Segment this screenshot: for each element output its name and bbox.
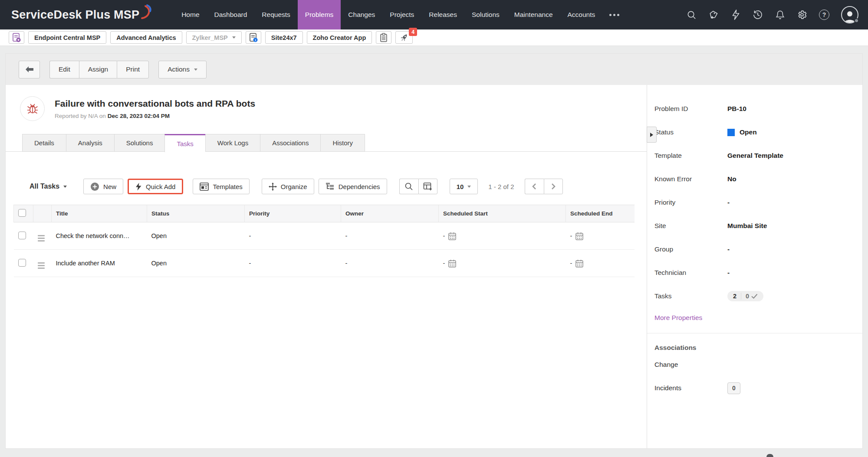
- actions-dropdown-button[interactable]: Actions: [158, 61, 207, 78]
- templates-button[interactable]: Templates: [193, 179, 249, 194]
- tab-associations[interactable]: Associations: [260, 134, 320, 152]
- nav-item-maintenance[interactable]: Maintenance: [507, 0, 560, 29]
- page-size-dropdown[interactable]: 10: [450, 179, 478, 194]
- endpoint-central-msp-button[interactable]: Endpoint Central MSP: [28, 31, 106, 44]
- clipboard-button[interactable]: [376, 31, 391, 44]
- nav-item-solutions[interactable]: Solutions: [464, 0, 507, 29]
- nav-item-changes[interactable]: Changes: [341, 0, 382, 29]
- tab-work-logs[interactable]: Work Logs: [205, 134, 260, 152]
- property-label: Template: [654, 152, 727, 160]
- help-icon[interactable]: ?: [819, 10, 829, 20]
- problem-bug-icon: [20, 96, 45, 121]
- edit-assign-print-group: Edit Assign Print: [49, 61, 149, 78]
- check-icon: [751, 294, 758, 299]
- task-title[interactable]: Include another RAM: [52, 250, 147, 277]
- row-checkbox[interactable]: [18, 259, 26, 267]
- nav-item-releases[interactable]: Releases: [421, 0, 464, 29]
- nav-item-problems[interactable]: Problems: [298, 0, 341, 29]
- site24x7-button[interactable]: Site24x7: [265, 31, 303, 44]
- history-icon[interactable]: [753, 10, 763, 20]
- add-template-button[interactable]: [9, 31, 24, 44]
- drag-handle-icon[interactable]: [38, 262, 45, 269]
- column-header-scheduled-start[interactable]: Scheduled Start: [439, 205, 566, 222]
- search-icon[interactable]: [686, 10, 697, 20]
- more-menu-icon[interactable]: [602, 0, 626, 29]
- nav-item-accounts[interactable]: Accounts: [560, 0, 603, 29]
- avatar-status-dot: [854, 18, 859, 23]
- org-selector-dropdown[interactable]: Zylker_MSP: [186, 31, 242, 44]
- quick-add-button[interactable]: Quick Add: [128, 179, 183, 194]
- column-chooser-button[interactable]: [418, 179, 437, 194]
- property-row-site: Site Mumbai Site: [647, 214, 862, 238]
- organize-label: Organize: [281, 183, 307, 190]
- nav-item-home[interactable]: Home: [174, 0, 207, 29]
- property-value: -: [727, 269, 730, 277]
- next-page-button[interactable]: [544, 179, 563, 194]
- advanced-analytics-button[interactable]: Advanced Analytics: [110, 31, 182, 44]
- calendar-icon[interactable]: [448, 259, 457, 268]
- sidebar-collapse-handle[interactable]: [647, 127, 657, 143]
- zoho-creator-app-button[interactable]: Zoho Creator App: [307, 31, 372, 44]
- tab-details[interactable]: Details: [22, 134, 66, 152]
- quick-actions-bolt-icon[interactable]: [730, 10, 741, 20]
- prev-page-button[interactable]: [525, 179, 544, 194]
- organize-button[interactable]: Organize: [262, 179, 314, 194]
- chevron-down-icon: [232, 36, 236, 39]
- task-title[interactable]: Check the network conn…: [52, 222, 147, 250]
- associations-heading: Associations: [654, 344, 862, 352]
- notifications-bell-icon[interactable]: [775, 10, 785, 20]
- column-header-status[interactable]: Status: [147, 205, 245, 222]
- search-tasks-button[interactable]: [399, 179, 418, 194]
- tab-analysis[interactable]: Analysis: [66, 134, 114, 152]
- more-properties-link[interactable]: More Properties: [654, 314, 702, 322]
- property-label: Tasks: [654, 292, 727, 300]
- nav-item-dashboard[interactable]: Dashboard: [207, 0, 255, 29]
- dependencies-tree-icon: [326, 183, 335, 190]
- settings-gear-icon[interactable]: [797, 10, 807, 20]
- select-all-checkbox[interactable]: [18, 209, 26, 217]
- chat-widget-partial[interactable]: [766, 454, 773, 457]
- drag-handle-icon[interactable]: [38, 235, 45, 242]
- property-value: General Template: [727, 152, 783, 160]
- incidents-count-badge[interactable]: 0: [727, 382, 740, 394]
- user-avatar[interactable]: [841, 6, 858, 23]
- property-row-tasks: Tasks 2 0: [647, 284, 862, 308]
- column-header-scheduled-end[interactable]: Scheduled End: [566, 205, 635, 222]
- table-row[interactable]: Check the network conn… Open - - -: [14, 222, 635, 250]
- tasks-toolbar: All Tasks New Quick Add Templates: [30, 179, 647, 194]
- nav-item-requests[interactable]: Requests: [254, 0, 297, 29]
- new-task-button[interactable]: New: [83, 179, 123, 194]
- edit-button[interactable]: Edit: [49, 61, 79, 78]
- nav-item-projects[interactable]: Projects: [382, 0, 421, 29]
- print-button[interactable]: Print: [117, 61, 149, 78]
- tasks-count-pill[interactable]: 2 0: [727, 291, 763, 301]
- whats-new-rocket-button[interactable]: 4: [395, 31, 413, 44]
- column-header-owner[interactable]: Owner: [341, 205, 439, 222]
- assign-button[interactable]: Assign: [79, 61, 117, 78]
- task-owner: -: [341, 250, 439, 277]
- task-filter-dropdown[interactable]: All Tasks: [30, 183, 67, 190]
- chevron-right-icon: [650, 133, 653, 137]
- property-value: Mumbai Site: [727, 222, 767, 230]
- column-header-priority[interactable]: Priority: [245, 205, 341, 222]
- column-header-title[interactable]: Title: [52, 205, 147, 222]
- dependencies-button[interactable]: Dependencies: [319, 179, 387, 194]
- row-checkbox[interactable]: [18, 232, 26, 239]
- calendar-icon[interactable]: [448, 232, 457, 241]
- actions-label: Actions: [168, 65, 190, 73]
- document-info-button[interactable]: i: [246, 31, 261, 44]
- brand-logo[interactable]: ServiceDesk Plus MSP: [11, 0, 153, 29]
- nav-utility-icons: ?: [686, 0, 858, 29]
- ticket-add-icon[interactable]: [708, 10, 719, 20]
- table-row[interactable]: Include another RAM Open - - -: [14, 250, 635, 277]
- calendar-icon[interactable]: [575, 232, 584, 241]
- problem-header: Failure with conversational bots and RPA…: [6, 85, 647, 121]
- tab-solutions[interactable]: Solutions: [114, 134, 165, 152]
- tab-history[interactable]: History: [320, 134, 365, 152]
- property-row-priority: Priority -: [647, 191, 862, 214]
- tab-tasks[interactable]: Tasks: [164, 134, 205, 152]
- calendar-icon[interactable]: [575, 259, 584, 268]
- task-scheduled-end: -: [570, 232, 572, 239]
- back-button[interactable]: [19, 61, 40, 78]
- problem-title: Failure with conversational bots and RPA…: [55, 96, 255, 109]
